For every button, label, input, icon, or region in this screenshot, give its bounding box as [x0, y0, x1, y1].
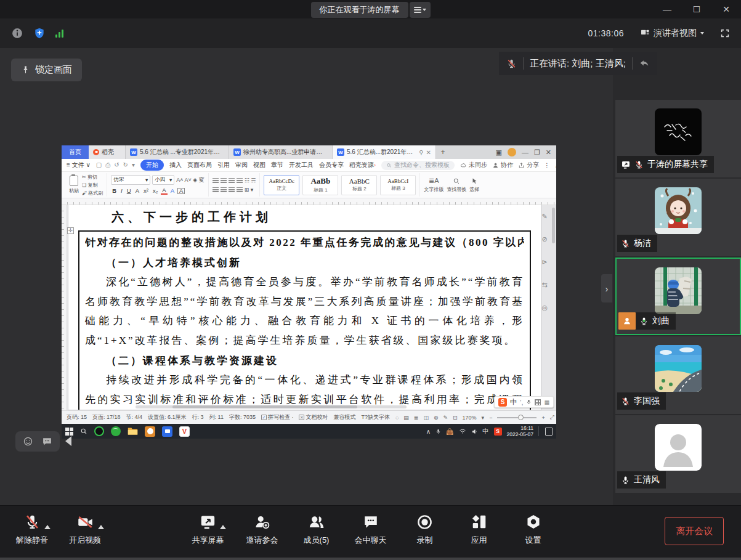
video-options-caret[interactable]	[98, 525, 104, 529]
participant-label: 于涛的屏幕共享	[617, 156, 714, 173]
lock-view-button[interactable]: 锁定画面	[11, 59, 82, 81]
minimize-button[interactable]: —	[652, 0, 682, 18]
stage: 锁定画面 正在讲话: 刘曲; 王清风; 首页 稻壳 W5.6 汇	[0, 48, 741, 505]
fullscreen-icon[interactable]	[720, 28, 730, 38]
doc-side-tools: ✎⊘⊳⇆◎	[541, 213, 548, 312]
security-shield-icon[interactable]	[33, 27, 46, 39]
record-icon	[416, 514, 433, 530]
sogou-ime-bar: S 中 ’, ▦	[494, 396, 554, 408]
meeting-info-icon[interactable]	[11, 27, 23, 39]
wps-menu-home: 开始	[140, 160, 164, 171]
settings-icon	[525, 514, 541, 530]
chat-button[interactable]: 会中聊天	[355, 513, 387, 546]
speaking-label: 正在讲话: 刘曲; 王清风;	[530, 58, 626, 70]
invite-button[interactable]: 邀请参会	[246, 513, 278, 546]
wps-tab-document-active: W5.6 汇总稿...群2021年度报告⚲✕	[333, 145, 436, 159]
title-menu-button[interactable]	[410, 2, 431, 18]
shared-screen: 首页 稻壳 W5.6 汇总稿 ...专业群2021年度报告 W徐州幼专高职高..…	[62, 145, 556, 439]
share-screen-label: 共享屏幕	[192, 535, 224, 546]
mic-muted-icon	[506, 59, 517, 69]
pin-icon	[21, 65, 30, 75]
participant-tile-liguoqiang[interactable]: 李国强	[615, 336, 741, 414]
top-toolbar: 01:38:06 演讲者视图	[0, 18, 741, 48]
meeting-window: 你正在观看于涛的屏幕 — ☐ ✕ 01:38:06 演	[0, 0, 741, 560]
lock-view-label: 锁定画面	[35, 64, 72, 76]
network-signal-icon[interactable]	[55, 29, 63, 38]
tray-ime-lang: 中	[483, 427, 489, 436]
mic-options-caret[interactable]	[44, 525, 51, 529]
avatar	[655, 108, 702, 155]
table-move-handle: ✛	[67, 227, 74, 234]
doc-heading: 六、下一步的工作计划	[111, 209, 532, 225]
doc-paragraph-1: 深化“立德树人”，提高德育全员参与度。举办“学前教育名师成长”“学前教育名师教育…	[85, 272, 524, 350]
style-body: AaBbCcDc正文	[264, 175, 299, 195]
participant-label: 王清风	[617, 471, 666, 489]
emoji-reaction-button[interactable]	[23, 436, 33, 447]
titlebar: 你正在观看于涛的屏幕 — ☐ ✕	[0, 0, 741, 18]
taskbar-browser-icon	[111, 426, 121, 436]
docer-icon	[93, 149, 99, 155]
style-h3: AaBbCcI标题 3	[380, 175, 416, 195]
taskbar-app-icon	[162, 426, 172, 437]
avatar	[655, 267, 702, 314]
participant-tile-yutao-share[interactable]: 于涛的屏幕共享	[615, 100, 741, 177]
invite-icon	[254, 514, 270, 530]
sogou-icon: S	[498, 398, 507, 407]
wps-vertical-ruler	[62, 205, 67, 410]
bottom-strip	[0, 558, 741, 560]
start-video-button[interactable]: 开启视频	[69, 513, 101, 546]
view-mode-switch[interactable]: 演讲者视图	[640, 28, 704, 39]
unmute-label: 解除静音	[16, 535, 48, 546]
members-label: 成员(5)	[304, 535, 330, 546]
mic-active-icon	[621, 476, 630, 485]
sidebar-collapse-handle[interactable]: ›	[601, 274, 612, 302]
action-center-icon	[545, 428, 553, 436]
wps-ribbon: 粘贴 ✂ 剪切 ❏ 复制 🖌 格式刷 仿宋▾ 小四▾ A˄ A˅ ◈ 変	[62, 172, 556, 198]
ime-lang: 中	[510, 397, 517, 407]
doc-vertical-scrollbar	[552, 208, 555, 410]
record-button[interactable]: 录制	[409, 513, 441, 546]
apps-label: 应用	[471, 535, 487, 546]
collapse-toolbar-arrow[interactable]	[65, 436, 71, 446]
members-button[interactable]: 成员(5)	[301, 513, 333, 546]
bottom-toolbar: 解除静音 开启视频	[0, 505, 741, 558]
quick-chat-button[interactable]	[42, 436, 52, 447]
view-mode-label: 演讲者视图	[654, 28, 697, 39]
close-button[interactable]: ✕	[711, 0, 741, 18]
wps-menubar: ≡ 文件 ∨ ▢⎙↺↻▾ 开始 插入 页面布局 引用 审阅 视图 章节 开发工具…	[62, 159, 556, 172]
participant-name: 刘曲	[652, 315, 670, 327]
chat-icon	[363, 514, 379, 530]
start-video-label: 开启视频	[69, 535, 101, 546]
screen-share-icon	[200, 514, 216, 530]
doc-box-title: 针对存在的问题的整改措施以及对 2022 年重点任务完成的意见与建议（800 字…	[85, 233, 524, 252]
style-h2: AaBbC标题 2	[341, 175, 377, 195]
wps-layout-icon: ▣	[496, 148, 502, 156]
avatar	[655, 424, 702, 471]
wps-tab-document: W徐州幼专高职高...业群申请立项表	[229, 145, 333, 159]
participant-name: 王清风	[634, 474, 660, 485]
word-doc-icon: W	[233, 148, 241, 156]
participant-tile-liuqu[interactable]: 刘曲	[615, 258, 741, 335]
unmute-button[interactable]: 解除静音	[16, 513, 48, 546]
settings-button[interactable]: 设置	[517, 513, 549, 546]
wps-tabbar: 首页 稻壳 W5.6 汇总稿 ...专业群2021年度报告 W徐州幼专高职高..…	[62, 145, 556, 159]
mic-muted-icon	[634, 160, 644, 169]
camera-off-icon	[76, 514, 94, 530]
share-screen-button[interactable]: 共享屏幕	[192, 513, 224, 546]
leave-meeting-button[interactable]: 离开会议	[665, 517, 724, 545]
participant-tile-yangjie[interactable]: 杨洁	[615, 179, 741, 256]
document-page: 六、下一步的工作计划 针对存在的问题的整改措施以及对 2022 年重点任务完成的…	[68, 205, 541, 410]
participant-tile-wangqingfeng[interactable]: 王清风	[615, 415, 741, 493]
apps-button[interactable]: 应用	[463, 513, 495, 546]
quick-reaction-bar	[15, 431, 60, 452]
host-badge-icon	[618, 312, 636, 330]
tray-clock: 16:11 2022-05-07	[507, 425, 533, 437]
taskbar-app-icon	[94, 426, 104, 436]
tray-wifi-icon	[459, 428, 466, 434]
watching-title: 你正在观看于涛的屏幕	[311, 2, 408, 18]
maximize-button[interactable]: ☐	[682, 0, 711, 18]
ime-keyboard-icon	[535, 399, 541, 405]
reply-arrow-icon[interactable]	[639, 58, 650, 69]
share-options-caret[interactable]	[220, 525, 226, 529]
participants-sidebar: 于涛的屏幕共享	[613, 48, 741, 505]
